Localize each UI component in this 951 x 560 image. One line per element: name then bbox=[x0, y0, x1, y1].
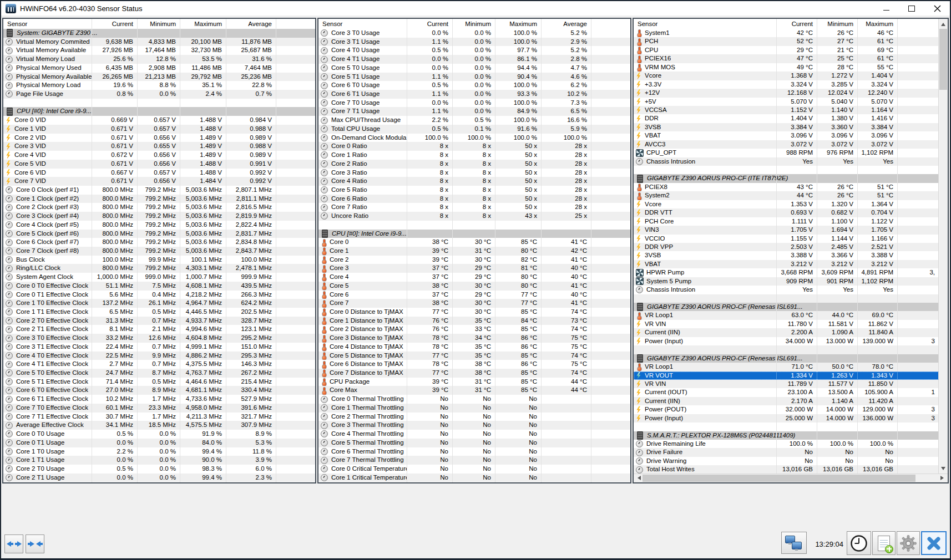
sensor-row[interactable]: Core 5 Thermal ThrottlingNoNoNo bbox=[318, 439, 630, 447]
sensor-row[interactable]: Core 1 T1 Effective Clock6.5 MHz0.5 MHz4… bbox=[3, 308, 315, 317]
sensor-row[interactable]: Total Host Writes13,016 GB13,016 GB13,01… bbox=[634, 465, 948, 474]
sensor-row[interactable]: Core 0 Distance to TjMAX77 °C30 °C85 °C7… bbox=[318, 308, 630, 317]
section-row[interactable]: GIGABYTE Z390 AORUS PRO-CF (Renesas ISL6… bbox=[634, 354, 948, 363]
sensor-row[interactable]: VR Loop163.0 °C44.0 °C69.0 °C bbox=[634, 311, 948, 319]
sensor-row[interactable]: 3VSB3.388 V3.366 V3.388 V bbox=[634, 251, 948, 259]
sensor-row[interactable]: 3VSB3.384 V3.360 V3.384 V bbox=[634, 123, 948, 131]
sensor-row[interactable]: Core 6 Thermal ThrottlingNoNoNo bbox=[318, 447, 630, 456]
sensor-row[interactable]: Core 7 VID0.671 V0.656 V1.484 V0.992 V bbox=[3, 177, 315, 186]
report-button[interactable] bbox=[872, 531, 896, 555]
sensor-row[interactable]: Core 5 Ratio8 x8 x50 x28 x bbox=[318, 186, 630, 195]
sensor-row[interactable]: Drive WarningNoNoNo bbox=[634, 457, 948, 465]
sensor-row[interactable]: Core 4 T1 Usage0.0 %0.0 %86.1 %2.8 % bbox=[318, 55, 630, 64]
sensor-row[interactable]: Core 6 T0 Effective Clock27.0 MHz8.9 MHz… bbox=[3, 386, 315, 395]
sensor-row[interactable]: VR VOUT1.334 V1.263 V1.343 V bbox=[634, 371, 948, 380]
header-average[interactable]: Average bbox=[226, 19, 276, 29]
sensor-row[interactable]: Core 038 °C30 °C85 °C41 °C bbox=[318, 238, 630, 247]
sensor-row[interactable]: Core 2 Thermal ThrottlingNoNoNo bbox=[318, 413, 630, 421]
sensor-row[interactable]: Core 5 VID0.671 V0.656 V1.488 V0.991 V bbox=[3, 160, 315, 169]
sensor-row[interactable]: Total CPU Usage0.5 %0.1 %91.6 %5.9 % bbox=[318, 125, 630, 134]
sensor-row[interactable]: Vcore1.368 V1.272 V1.404 V bbox=[634, 72, 948, 80]
sensor-row[interactable]: Max CPU/Thread Usage2.2 %0.5 %100.0 %16.… bbox=[318, 116, 630, 125]
sensor-row[interactable]: Core 4 Thermal ThrottlingNoNoNo bbox=[318, 430, 630, 439]
sensor-row[interactable]: Drive FailureNoNoNo bbox=[634, 448, 948, 456]
sensor-row[interactable]: Core 2 Clock (perf #3)800.0 MHz799.2 MHz… bbox=[3, 203, 315, 212]
sensor-row[interactable]: Core 7 T0 Effective Clock60.1 MHz23.3 MH… bbox=[3, 404, 315, 413]
sensor-row[interactable]: Core 1 T1 Usage0.0 %0.0 %90.0 %3.9 % bbox=[3, 456, 315, 465]
sensor-row[interactable]: CPU Package39 °C31 °C85 °C44 °C bbox=[318, 378, 630, 386]
sensor-row[interactable]: PCH Core1.111 V1.100 V1.122 V bbox=[634, 217, 948, 226]
remote-monitoring-button[interactable] bbox=[781, 532, 807, 554]
sensor-row[interactable]: Core 4 Ratio8 x8 x50 x28 x bbox=[318, 177, 630, 186]
horizontal-scrollbar[interactable] bbox=[634, 474, 948, 482]
clock-button[interactable] bbox=[847, 531, 871, 555]
sensor-row[interactable]: Core 7 T0 Usage0.0 %0.0 %100.0 %7.3 % bbox=[318, 99, 630, 108]
sensor-row[interactable]: Virtual Memory Commited9,638 MB4,833 MB2… bbox=[3, 38, 315, 47]
sensor-row[interactable]: Core 0 T0 Effective Clock51.1 MHz7.5 MHz… bbox=[3, 282, 315, 291]
sensor-row[interactable]: Core 1 Ratio8 x8 x50 x28 x bbox=[318, 151, 630, 160]
sensor-row[interactable]: Uncore Ratio8 x8 x43 x25 x bbox=[318, 212, 630, 221]
sensor-row[interactable]: Bus Clock100.0 MHz99.9 MHz100.1 MHz100.0… bbox=[3, 256, 315, 264]
sensor-row[interactable]: Core 1 Critical TemperatureNoNoNo bbox=[318, 474, 630, 482]
sensor-row[interactable]: Core 3 T1 Usage1.1 %0.0 %100.0 %2.9 % bbox=[318, 38, 630, 47]
sensor-row[interactable]: Core 437 °C29 °C80 °C40 °C bbox=[318, 273, 630, 282]
sensor-row[interactable]: Core 0 Clock (perf #1)800.0 MHz799.2 MHz… bbox=[3, 186, 315, 195]
sensor-row[interactable]: Core 5 T0 Usage0.0 %0.0 %94.4 %4.7 % bbox=[318, 64, 630, 73]
sensor-row[interactable]: +12V12.168 V12.024 V12.240 V bbox=[634, 89, 948, 97]
sensor-row[interactable]: CPU_OPT988 RPM976 RPM1,102 RPM bbox=[634, 149, 948, 157]
sensor-row[interactable]: Core 2 T0 Effective Clock31.3 MHz0.7 MHz… bbox=[3, 317, 315, 325]
sensor-row[interactable]: Core 139 °C31 °C80 °C42 °C bbox=[318, 247, 630, 256]
sensor-row[interactable]: Vcore1.353 V1.320 V1.364 V bbox=[634, 200, 948, 208]
sensor-row[interactable]: Chassis IntrusionYesYesYes bbox=[634, 286, 948, 294]
header-sensor[interactable]: Sensor bbox=[318, 19, 407, 29]
sensor-row[interactable]: Core 1 T0 Effective Clock137.2 MHz26.1 M… bbox=[3, 299, 315, 308]
sensor-row[interactable]: Core 5 T0 Effective Clock24.7 MHz8.7 MHz… bbox=[3, 369, 315, 378]
sensor-row[interactable]: Core 2 T1 Effective Clock8.1 MHz2.1 MHz4… bbox=[3, 325, 315, 334]
header-current[interactable]: Current bbox=[776, 19, 817, 29]
sensor-row[interactable]: Core 6 Ratio8 x8 x50 x28 x bbox=[318, 195, 630, 203]
sensor-row[interactable]: Core 6 VID0.667 V0.657 V1.488 V0.992 V bbox=[3, 169, 315, 177]
header-minimum[interactable]: Minimum bbox=[817, 19, 857, 29]
sensor-row[interactable]: Core 4 T0 Usage0.5 %0.0 %97.7 %5.2 % bbox=[318, 46, 630, 55]
sensor-row[interactable]: Core 4 VID0.672 V0.656 V1.489 V0.989 V bbox=[3, 151, 315, 160]
close-sensors-button[interactable] bbox=[921, 531, 947, 555]
sensor-row[interactable]: Core 1 Clock (perf #2)800.0 MHz799.2 MHz… bbox=[3, 195, 315, 203]
sensor-row[interactable]: Page File Usage0.8 %0.0 %2.4 %0.7 % bbox=[3, 90, 315, 99]
sensor-row[interactable]: Core 7 Ratio8 x8 x50 x28 x bbox=[318, 203, 630, 212]
sensor-row[interactable]: Chassis IntrusionYesYesYes bbox=[634, 157, 948, 166]
sensor-row[interactable]: Core 1 VID0.671 V0.657 V1.488 V0.988 V bbox=[3, 125, 315, 134]
sensor-row[interactable]: VIN31.705 V1.694 V1.705 V bbox=[634, 226, 948, 234]
sensor-row[interactable]: Core 5 T1 Usage1.1 %0.0 %90.4 %4.6 % bbox=[318, 73, 630, 82]
sensor-row[interactable]: VRM MOS49 °C28 °C55 °C bbox=[634, 63, 948, 72]
sensor-row[interactable]: VBAT3.096 V3.096 V3.096 V bbox=[634, 131, 948, 140]
sensor-row[interactable]: Core 2 Distance to TjMAX76 °C33 °C85 °C7… bbox=[318, 325, 630, 334]
header-maximum[interactable]: Maximum bbox=[180, 19, 226, 29]
scroll-right-icon[interactable] bbox=[940, 476, 946, 480]
sensor-row[interactable]: Core 4 Distance to TjMAX78 °C35 °C86 °C7… bbox=[318, 343, 630, 352]
expand-columns-button[interactable] bbox=[4, 534, 23, 553]
sensor-row[interactable]: DDR VPP2.503 V2.485 V2.521 V bbox=[634, 243, 948, 251]
sensor-row[interactable]: System 5 Pump909 RPM901 RPM1,102 RPM bbox=[634, 277, 948, 286]
sensor-row[interactable]: Core 2 T1 Usage0.0 %0.0 %99.4 %2.3 % bbox=[3, 474, 315, 482]
sensor-row[interactable]: Physical Memory Used6,435 MB2,908 MB11,4… bbox=[3, 64, 315, 73]
minimize-button[interactable] bbox=[873, 1, 899, 16]
sensor-row[interactable]: Power (Input)34.000 W13.000 W139.000 W3 bbox=[634, 337, 948, 345]
header-current[interactable]: Current bbox=[92, 19, 137, 29]
sensor-row[interactable]: Core 0 Ratio8 x8 x50 x28 x bbox=[318, 142, 630, 151]
sensor-row[interactable]: Core 6 Distance to TjMAX78 °C38 °C86 °C7… bbox=[318, 360, 630, 369]
sensor-row[interactable]: AVCC33.072 V3.072 V3.072 V bbox=[634, 140, 948, 149]
section-row[interactable]: CPU [#0]: Intel Core i9-9... bbox=[3, 107, 315, 116]
sensor-row[interactable]: Core 1 T0 Usage2.2 %0.0 %99.4 %11.8 % bbox=[3, 447, 315, 456]
section-row[interactable]: System: GIGABYTE Z390 ... bbox=[3, 29, 315, 38]
sensor-row[interactable]: Core 6 T1 Effective Clock10.2 MHz1.7 MHz… bbox=[3, 395, 315, 404]
sensor-row[interactable]: Core Max39 °C31 °C85 °C44 °C bbox=[318, 386, 630, 395]
sensor-row[interactable]: Core 1 Thermal ThrottlingNoNoNo bbox=[318, 404, 630, 413]
sensor-row[interactable]: VR VIN11.780 V11.581 V11.862 V bbox=[634, 320, 948, 328]
sensor-row[interactable]: PCH52 °C27 °C61 °C bbox=[634, 37, 948, 45]
sensor-row[interactable]: Virtual Memory Load25.6 %12.8 %53.5 %31.… bbox=[3, 55, 315, 64]
scroll-up-icon[interactable] bbox=[941, 21, 945, 26]
header-sensor[interactable]: Sensor bbox=[3, 19, 92, 29]
sensor-row[interactable]: VCCSA1.152 V1.140 V1.164 V bbox=[634, 106, 948, 114]
sensor-row[interactable]: +5V5.070 V5.040 V5.070 V bbox=[634, 98, 948, 106]
sensor-row[interactable]: Core 3 T1 Effective Clock22.4 MHz0.7 MHz… bbox=[3, 343, 315, 352]
